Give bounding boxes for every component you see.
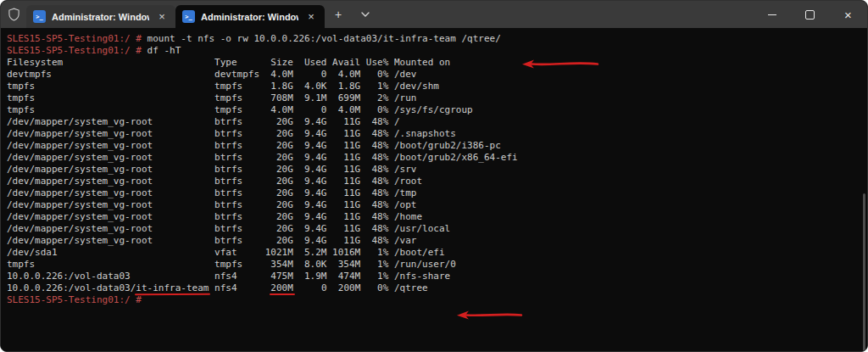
terminal-line: /dev/sda1 vfat 1021M 5.2M 1016M 1% /boot…	[7, 247, 867, 259]
annotation-arrow-qtree-row	[455, 309, 525, 322]
tab-title: Administrator: Windows PowerShell	[201, 12, 298, 22]
terminal-line: SLES15-SP5-Testing01:/ # df -hT	[7, 45, 867, 57]
maximize-button[interactable]	[791, 1, 829, 28]
terminal-line: /dev/mapper/system_vg-root btrfs 20G 9.4…	[7, 128, 867, 140]
annotation-arrow-mount-command	[520, 58, 601, 71]
terminal-pane[interactable]: SLES15-SP5-Testing01:/ # mount -t nfs -o…	[1, 28, 867, 351]
terminal-line: /dev/mapper/system_vg-root btrfs 20G 9.4…	[7, 176, 867, 187]
close-icon: ×	[844, 8, 852, 21]
minimize-icon	[768, 14, 776, 15]
scrollbar-thumb[interactable]	[863, 193, 865, 352]
terminal-lines: SLES15-SP5-Testing01:/ # mount -t nfs -o…	[7, 33, 867, 306]
terminal-line: devtmpfs devtmpfs 4.0M 0 4.0M 0% /dev	[7, 69, 867, 81]
powershell-icon: >_	[182, 10, 195, 23]
terminal-line: tmpfs tmpfs 708M 9.1M 699M 2% /run	[7, 92, 867, 104]
minimize-button[interactable]	[753, 1, 791, 28]
terminal-line: SLES15-SP5-Testing01:/ # mount -t nfs -o…	[7, 33, 867, 45]
tab-close-button[interactable]: ×	[304, 10, 318, 24]
terminal-line: Filesystem Type Size Used Avail Use% Mou…	[7, 57, 867, 69]
terminal-line: SLES15-SP5-Testing01:/ #	[7, 294, 867, 306]
terminal-window: >_ Administrator: Windows PowerShell × >…	[0, 0, 868, 352]
close-button[interactable]: ×	[829, 1, 867, 28]
terminal-line: /dev/mapper/system_vg-root btrfs 20G 9.4…	[7, 211, 867, 223]
maximize-icon	[805, 10, 815, 20]
terminal-line: 10.0.0.226:/vol-data03/it-infra-team nfs…	[7, 282, 867, 294]
terminal-line: /dev/mapper/system_vg-root btrfs 20G 9.4…	[7, 223, 867, 235]
terminal-line: /dev/mapper/system_vg-root btrfs 20G 9.4…	[7, 199, 867, 211]
title-bar-drag-area[interactable]	[379, 1, 753, 28]
tab-close-button[interactable]: ×	[155, 10, 169, 24]
terminal-line: /dev/mapper/system_vg-root btrfs 20G 9.4…	[7, 152, 867, 164]
terminal-line: /dev/mapper/system_vg-root btrfs 20G 9.4…	[7, 140, 867, 152]
terminal-line: /dev/mapper/system_vg-root btrfs 20G 9.4…	[7, 187, 867, 199]
new-tab-button[interactable]: +	[325, 1, 352, 28]
admin-shield-icon	[1, 1, 26, 28]
tab-dropdown-button[interactable]	[352, 1, 379, 28]
terminal-line: tmpfs tmpfs 354M 8.0K 354M 1% /run/user/…	[7, 259, 867, 271]
terminal-line: tmpfs tmpfs 1.8G 4.0K 1.8G 1% /dev/shm	[7, 81, 867, 92]
terminal-line: 10.0.0.226:/vol-data03 nfs4 475M 1.9M 47…	[7, 271, 867, 282]
chevron-down-icon	[361, 12, 370, 17]
tab-bar: >_ Administrator: Windows PowerShell × >…	[1, 1, 867, 28]
tab-powershell-2[interactable]: >_ Administrator: Windows PowerShell ×	[175, 5, 325, 28]
tab-powershell-1[interactable]: >_ Administrator: Windows PowerShell ×	[26, 5, 175, 28]
tab-title: Administrator: Windows PowerShell	[52, 12, 149, 22]
powershell-icon: >_	[33, 10, 46, 23]
terminal-line: /dev/mapper/system_vg-root btrfs 20G 9.4…	[7, 164, 867, 176]
terminal-line: tmpfs tmpfs 4.0M 0 4.0M 0% /sys/fs/cgrou…	[7, 104, 867, 116]
terminal-line: /dev/mapper/system_vg-root btrfs 20G 9.4…	[7, 235, 867, 247]
terminal-line: /dev/mapper/system_vg-root btrfs 20G 9.4…	[7, 116, 867, 128]
